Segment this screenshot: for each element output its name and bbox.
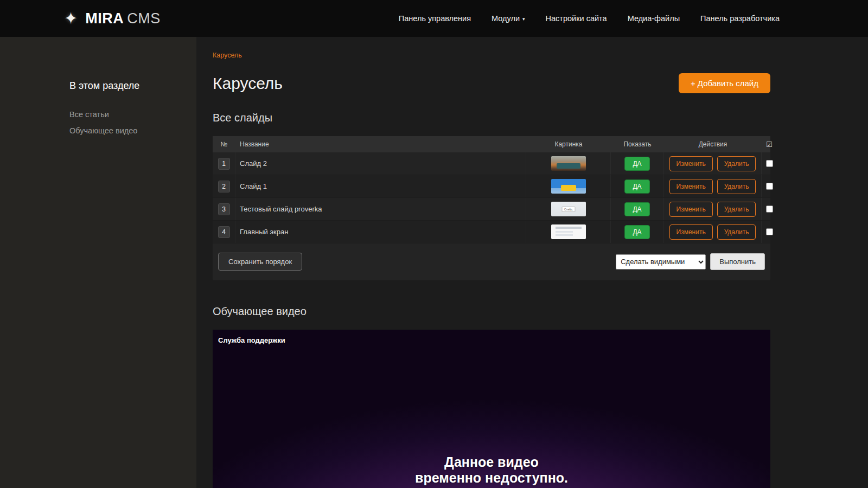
row-order-badge[interactable]: 4 xyxy=(218,226,230,238)
sidebar-item-tutorial-video[interactable]: Обучающее видео xyxy=(69,126,196,135)
row-checkbox[interactable] xyxy=(766,206,773,213)
header-show: Показать xyxy=(611,140,664,148)
bulk-action-select[interactable]: Сделать видимыми xyxy=(616,254,706,269)
sparkle-logo-icon: ✦ xyxy=(64,10,78,27)
slide-thumbnail[interactable] xyxy=(551,202,586,216)
row-order-badge[interactable]: 2 xyxy=(218,181,230,192)
slide-thumbnail[interactable] xyxy=(551,156,586,171)
nav-item-media-files[interactable]: Медиа-файлы xyxy=(628,14,680,23)
delete-button[interactable]: Удалить xyxy=(717,179,756,194)
slide-name: Слайд 1 xyxy=(235,175,526,197)
select-all-checkbox-icon[interactable]: ☑ xyxy=(766,140,773,149)
execute-button[interactable]: Выполнить xyxy=(710,253,765,270)
page-title: Карусель xyxy=(213,74,283,93)
edit-button[interactable]: Изменить xyxy=(669,179,713,194)
edit-button[interactable]: Изменить xyxy=(669,224,713,240)
topbar: ✦ MIRACMS Панель управления Модули▾ Наст… xyxy=(0,0,868,37)
table-row: 3 Тестовый слайд proverka ДА Изменить Уд… xyxy=(213,198,770,221)
save-order-button[interactable]: Сохранить порядок xyxy=(218,253,302,271)
top-nav: Панель управления Модули▾ Настройки сайт… xyxy=(399,14,780,23)
nav-item-dashboard[interactable]: Панель управления xyxy=(399,14,471,23)
chevron-down-icon: ▾ xyxy=(522,16,525,22)
slide-name: Слайд 2 xyxy=(235,152,526,175)
add-slide-button[interactable]: + Добавить слайд xyxy=(679,73,770,93)
header-image: Картинка xyxy=(526,140,611,148)
table-row: 1 Слайд 2 ДА Изменить Удалить xyxy=(213,152,770,175)
row-order-badge[interactable]: 1 xyxy=(218,158,230,170)
slides-table: № Название Картинка Показать Действия ☑ … xyxy=(213,136,770,280)
header-actions: Действия xyxy=(664,140,762,148)
logo[interactable]: ✦ MIRACMS xyxy=(64,10,161,27)
table-header-row: № Название Картинка Показать Действия ☑ xyxy=(213,136,770,152)
slide-name: Главный экран xyxy=(235,221,526,243)
logo-brand: MIRA xyxy=(85,10,124,27)
video-player[interactable]: Служба поддержки Данное видео временно н… xyxy=(213,330,770,488)
table-row: 2 Слайд 1 ДА Изменить Удалить xyxy=(213,175,770,198)
slide-name: Тестовый слайд proverka xyxy=(235,198,526,220)
video-unavailable-message: Данное видео временно недоступно. Принос… xyxy=(213,454,770,488)
delete-button[interactable]: Удалить xyxy=(717,202,756,217)
video-title[interactable]: Служба поддержки xyxy=(218,336,285,344)
visibility-toggle-button[interactable]: ДА xyxy=(624,225,649,239)
visibility-toggle-button[interactable]: ДА xyxy=(624,179,649,194)
visibility-toggle-button[interactable]: ДА xyxy=(624,202,649,216)
slide-thumbnail[interactable] xyxy=(551,179,586,194)
logo-suffix: CMS xyxy=(127,10,161,27)
nav-item-developer-panel[interactable]: Панель разработчика xyxy=(700,14,780,23)
row-checkbox[interactable] xyxy=(766,160,773,167)
sidebar-heading: В этом разделе xyxy=(69,80,196,92)
video-section-heading: Обучающее видео xyxy=(213,305,770,318)
main-content: Карусель Карусель + Добавить слайд Все с… xyxy=(196,37,868,488)
breadcrumb[interactable]: Карусель xyxy=(213,52,770,59)
sidebar-item-all-articles[interactable]: Все статьи xyxy=(69,110,196,119)
nav-item-site-settings[interactable]: Настройки сайта xyxy=(546,14,607,23)
row-order-badge[interactable]: 3 xyxy=(218,203,230,215)
header-num: № xyxy=(213,140,235,148)
table-row: 4 Главный экран ДА Изменить Удалить xyxy=(213,221,770,243)
row-checkbox[interactable] xyxy=(766,183,773,190)
logo-text: MIRACMS xyxy=(85,10,161,27)
sidebar: В этом разделе Все статьи Обучающее виде… xyxy=(0,37,196,488)
edit-button[interactable]: Изменить xyxy=(669,156,713,171)
delete-button[interactable]: Удалить xyxy=(717,156,756,171)
table-footer: Сохранить порядок Сделать видимыми Выпол… xyxy=(213,243,770,271)
slide-thumbnail[interactable] xyxy=(551,224,586,239)
slides-section-heading: Все слайды xyxy=(213,112,770,124)
edit-button[interactable]: Изменить xyxy=(669,202,713,217)
nav-item-modules[interactable]: Модули▾ xyxy=(492,14,525,23)
row-checkbox[interactable] xyxy=(766,228,773,235)
header-name: Название xyxy=(235,140,526,148)
visibility-toggle-button[interactable]: ДА xyxy=(624,157,649,171)
delete-button[interactable]: Удалить xyxy=(717,224,756,240)
